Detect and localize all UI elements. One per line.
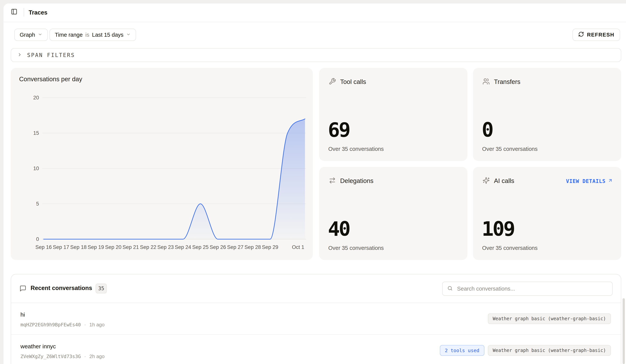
tools-used-badge: 2 tools used xyxy=(440,345,484,356)
conversation-tags: Weather graph basic (weather-graph-basic… xyxy=(488,313,611,324)
search-conversations-box[interactable] xyxy=(442,282,613,296)
svg-text:Sep 16: Sep 16 xyxy=(35,244,52,250)
sidebar-toggle-button[interactable] xyxy=(9,6,19,17)
conversation-meta: mqHZP2EGh9h9BpFEwEs40·1h ago xyxy=(20,322,105,328)
search-icon xyxy=(447,285,453,292)
svg-text:Oct 1: Oct 1 xyxy=(292,244,304,250)
stat-card-tool-calls: Tool calls69Over 35 conversations xyxy=(319,68,468,161)
agent-tag: Weather graph basic (weather-graph-basic… xyxy=(488,345,611,356)
time-range-operator: is xyxy=(85,32,89,38)
span-filters-toggle[interactable]: SPAN FILTERS xyxy=(11,48,621,62)
conversation-tags: 2 tools usedWeather graph basic (weather… xyxy=(440,345,611,356)
svg-text:10: 10 xyxy=(33,165,39,171)
stat-card-value: 109 xyxy=(482,219,514,239)
stat-card-title: Tool calls xyxy=(340,78,366,85)
svg-text:15: 15 xyxy=(33,130,39,136)
stat-card-title: AI calls xyxy=(494,177,514,185)
svg-text:Sep 27: Sep 27 xyxy=(227,244,243,250)
conversation-row[interactable]: weather innycZVeWXgZy_Z6WltVd73s3G·2h ag… xyxy=(11,334,621,364)
stat-card-transfers: Transfers0Over 35 conversations xyxy=(473,68,621,161)
graph-dropdown-label: Graph xyxy=(20,32,35,38)
top-bar: Traces xyxy=(3,3,626,22)
svg-text:Sep 22: Sep 22 xyxy=(140,244,156,250)
conversation-title: weather innyc xyxy=(20,343,56,350)
view-details-label: VIEW DETAILS xyxy=(566,178,606,184)
conversation-id: mqHZP2EGh9h9BpFEwEs40 xyxy=(20,322,81,327)
stat-card-ai-calls: AI callsVIEW DETAILS109Over 35 conversat… xyxy=(473,167,621,260)
meta-separator: · xyxy=(84,354,86,360)
panel-left-icon xyxy=(11,8,17,15)
stat-card-value: 0 xyxy=(482,120,493,140)
refresh-icon xyxy=(578,31,584,39)
agent-tag: Weather graph basic (weather-graph-basic… xyxy=(488,313,611,324)
svg-text:Sep 17: Sep 17 xyxy=(53,244,69,250)
conversation-meta: ZVeWXgZy_Z6WltVd73s3G·2h ago xyxy=(20,354,105,360)
svg-text:0: 0 xyxy=(36,236,39,242)
svg-text:Sep 23: Sep 23 xyxy=(157,244,174,250)
stat-card-subtitle: Over 35 conversations xyxy=(482,245,538,251)
conversations-area-chart: 05101520Sep 16Sep 17Sep 18Sep 19Sep 20Se… xyxy=(11,68,313,260)
users-icon xyxy=(482,78,490,86)
message-square-icon xyxy=(19,285,26,292)
recent-conversations-title: Recent conversations xyxy=(31,285,92,291)
conversations-per-day-card: Conversations per day 05101520Sep 16Sep … xyxy=(11,68,313,260)
time-range-filter[interactable]: Time range is Last 15 days xyxy=(49,29,136,41)
conversation-time: 2h ago xyxy=(89,354,105,360)
recent-conversations-card: Recent conversations 35 himqHZP2EGh9h9Bp… xyxy=(11,274,621,364)
svg-text:Sep 25: Sep 25 xyxy=(192,244,209,250)
wrench-icon xyxy=(329,78,336,86)
search-conversations-input[interactable] xyxy=(457,285,608,292)
svg-text:Sep 20: Sep 20 xyxy=(105,244,121,250)
svg-text:Sep 18: Sep 18 xyxy=(70,244,87,250)
refresh-button[interactable]: REFRESH xyxy=(573,29,620,41)
svg-text:Sep 26: Sep 26 xyxy=(210,244,226,250)
topbar-divider xyxy=(24,8,24,16)
main-content-panel: Traces Graph Time range is Last 15 days … xyxy=(3,3,626,364)
conversation-row[interactable]: himqHZP2EGh9h9BpFEwEs40·1h agoWeather gr… xyxy=(11,303,621,334)
recent-conversations-header: Recent conversations 35 xyxy=(11,274,621,303)
stat-card-value: 40 xyxy=(328,219,350,239)
stat-card-value: 69 xyxy=(328,120,350,140)
chevron-right-icon xyxy=(17,52,22,58)
svg-text:Sep 21: Sep 21 xyxy=(122,244,139,250)
svg-text:Sep 24: Sep 24 xyxy=(175,244,191,250)
svg-text:5: 5 xyxy=(36,201,39,207)
graph-view-dropdown[interactable]: Graph xyxy=(14,29,48,41)
chevron-down-icon xyxy=(126,32,131,38)
arrow-up-right-icon xyxy=(608,178,613,184)
span-filters-label: SPAN FILTERS xyxy=(27,52,75,58)
svg-text:Sep 28: Sep 28 xyxy=(245,244,261,250)
conversation-id: ZVeWXgZy_Z6WltVd73s3G xyxy=(20,354,81,359)
meta-separator: · xyxy=(84,322,86,328)
svg-text:20: 20 xyxy=(33,95,39,101)
chevron-down-icon xyxy=(38,32,42,38)
page-scrollbar[interactable] xyxy=(623,298,625,364)
stat-card-title: Delegations xyxy=(340,177,373,185)
refresh-button-label: REFRESH xyxy=(587,32,614,38)
stat-card-subtitle: Over 35 conversations xyxy=(328,245,384,251)
stat-card-title: Transfers xyxy=(494,78,520,85)
sparkles-icon xyxy=(482,177,490,185)
svg-text:Sep 29: Sep 29 xyxy=(262,244,278,250)
conversation-title: hi xyxy=(20,311,25,318)
page-title: Traces xyxy=(29,8,47,17)
time-range-value: Last 15 days xyxy=(92,32,123,38)
stat-card-subtitle: Over 35 conversations xyxy=(482,146,538,152)
arrows-swap-icon xyxy=(329,177,336,185)
svg-text:Sep 19: Sep 19 xyxy=(88,244,104,250)
time-range-field: Time range xyxy=(55,32,83,38)
stat-card-subtitle: Over 35 conversations xyxy=(328,146,384,152)
view-details-link[interactable]: VIEW DETAILS xyxy=(566,178,613,184)
stat-card-delegations: Delegations40Over 35 conversations xyxy=(319,167,468,260)
conversation-count-badge: 35 xyxy=(96,283,107,293)
conversation-list: himqHZP2EGh9h9BpFEwEs40·1h agoWeather gr… xyxy=(11,303,621,364)
conversation-time: 1h ago xyxy=(89,322,105,328)
